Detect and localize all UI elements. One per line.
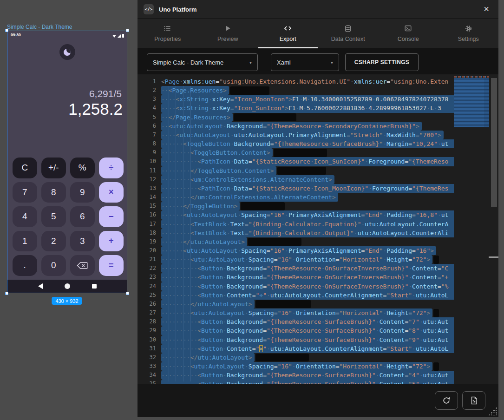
window-title: Uno Platform (159, 6, 197, 13)
resize-grip[interactable] (488, 407, 497, 415)
code-token: = (336, 256, 340, 263)
tab-data-context[interactable]: Data Context (318, 19, 379, 48)
code-line[interactable]: 13··········<PathIcon·Data="{StaticResou… (137, 184, 454, 193)
code-line[interactable]: 14········</um:ControlExtensions.Alterna… (137, 193, 454, 202)
back-icon[interactable] (38, 283, 43, 289)
code-token: utu:AutoLayout (194, 256, 245, 263)
calc-button-0[interactable]: 0 (41, 255, 66, 276)
code-line[interactable]: 20······<utu:AutoLayout·Spacing="16"·Pri… (137, 246, 454, 255)
code-line[interactable]: 26········</utu:AutoLayout> (137, 300, 454, 308)
calc-button-4[interactable]: 4 (13, 206, 37, 227)
code-line[interactable]: 17········<TextBlock·Text="{Binding·Calc… (137, 220, 454, 229)
calc-button-+[interactable]: + (99, 231, 124, 252)
code-line[interactable]: 2··<Page.Resources> (137, 86, 454, 95)
tab-settings[interactable]: Settings (439, 19, 499, 48)
code-token: TextBlock (194, 221, 226, 228)
home-icon[interactable] (65, 283, 70, 289)
code-token: = (230, 96, 234, 103)
code-line[interactable]: 19······</utu:AutoLayout> (137, 237, 454, 246)
csharp-settings-button[interactable]: CSHARP SETTINGS (345, 53, 419, 71)
code-token: > (285, 105, 288, 112)
code-line[interactable]: 16······<utu:AutoLayout·Spacing="16"·Pri… (137, 210, 454, 219)
code-line[interactable]: 6··<utu:AutoLayout·Background="{ThemeRes… (137, 122, 454, 131)
code-line[interactable]: 29··········<Button·Background="{ThemeRe… (137, 326, 454, 335)
code-line[interactable]: 9········<ToggleButton.Content> (137, 148, 454, 157)
calc-button-2[interactable]: 2 (41, 231, 66, 252)
code-token: = (416, 131, 419, 138)
calc-button-1[interactable]: 1 (13, 231, 37, 252)
frame-label[interactable]: Simple Calc - Dark Theme (7, 24, 72, 30)
recents-icon[interactable] (92, 284, 97, 289)
export-file-button[interactable] (462, 391, 485, 410)
code-token: · (412, 345, 416, 352)
code-line[interactable]: 5··</Page.Resources> (137, 113, 454, 122)
calc-button-C[interactable]: C (13, 158, 37, 178)
calc-button-%[interactable]: % (70, 158, 95, 178)
code-line[interactable]: 24··········<Button·Background="{ThemeRe… (137, 282, 454, 291)
code-token: Margin (386, 140, 408, 147)
code-line[interactable]: 21········<utu:AutoLayout·Spacing="16"·O… (137, 255, 454, 264)
calc-button-÷[interactable]: ÷ (99, 158, 124, 178)
calc-button-.[interactable]: . (13, 255, 37, 276)
code-token: "{Binding (249, 230, 281, 236)
frame-select[interactable]: Simple Calc - Dark Theme ▾ (147, 53, 258, 71)
calc-button-3[interactable]: 3 (70, 231, 95, 252)
tab-preview[interactable]: Preview (198, 19, 258, 48)
code-line[interactable]: 33········<utu:AutoLayout·Spacing="16"·O… (137, 362, 454, 371)
calc-button-9[interactable]: 9 (70, 182, 95, 203)
code-line[interactable]: 18········<TextBlock·Text="{Binding·Calc… (137, 229, 454, 237)
tab-console[interactable]: Console (378, 19, 439, 48)
calc-button-×[interactable]: × (99, 182, 124, 203)
calc-button-backspace[interactable] (70, 255, 95, 276)
code-line[interactable]: 22··········<Button·Background="{ThemeRe… (137, 264, 454, 273)
code-line[interactable]: 23··········<Button·Background="{ThemeRe… (137, 273, 454, 282)
calc-button-+/-[interactable]: +/- (41, 158, 66, 178)
code-token: </ (190, 301, 198, 308)
code-line[interactable]: 11········</ToggleButton.Content> (137, 166, 454, 175)
code-line[interactable]: 4····<x:String·x:Key="Icon_SunIcon">F1·M… (137, 104, 454, 112)
code-line[interactable]: 1<Page·xmlns:uen="using:Uno.Extensions.N… (137, 77, 454, 86)
code-line[interactable]: 7····<utu:AutoLayout·utu:AutoLayout.Prim… (137, 131, 454, 139)
code-line[interactable]: 8······<ToggleButton·Background="{ThemeR… (137, 139, 454, 148)
calc-button-6[interactable]: 6 (70, 206, 95, 227)
selection-handle[interactable] (5, 292, 8, 295)
code-line[interactable]: 15······</ToggleButton> (137, 202, 454, 210)
selection-handle[interactable] (126, 29, 129, 32)
code-line[interactable]: 10··········<PathIcon·Data="{StaticResou… (137, 157, 454, 166)
code-line[interactable]: 35··········<Button·Background="{ThemeRe… (137, 380, 454, 384)
calc-button-7[interactable]: 7 (13, 182, 37, 203)
scrollbar-thumb[interactable] (491, 78, 497, 207)
theme-toggle-button[interactable] (59, 44, 75, 60)
minimap[interactable] (454, 74, 498, 384)
code-token: utu:AutoLayout.PrimaryAlignment (234, 131, 347, 138)
tab-export[interactable]: Export (258, 19, 318, 48)
code-line[interactable]: 28··········<Button·Background="{ThemeRe… (137, 317, 454, 326)
calc-button-=[interactable]: = (99, 255, 124, 276)
code-line[interactable]: 12········<um:ControlExtensions.Alternat… (137, 175, 454, 184)
code-line[interactable]: 30··········<Button·Background="{ThemeRe… (137, 335, 454, 344)
close-icon[interactable]: × (481, 4, 492, 15)
refresh-button[interactable] (435, 391, 458, 410)
code-line[interactable]: 25··········<Button·Content="÷"·utu:Auto… (137, 291, 454, 300)
calc-button-5[interactable]: 5 (41, 206, 66, 227)
code-editor[interactable]: 1<Page·xmlns:uen="using:Uno.Extensions.N… (137, 74, 498, 384)
code-line[interactable]: 27········<utu:AutoLayout·Spacing="16"·O… (137, 308, 454, 317)
code-token: < (183, 247, 187, 254)
line-number: 7 (137, 131, 156, 139)
code-token: "using:Uno.Extensions.Navigation.UI" (219, 78, 350, 85)
line-number: 10 (137, 157, 156, 166)
code-line[interactable]: 3····<x:String·x:Key="Icon_MoonIcon">F1·… (137, 95, 454, 104)
code-line[interactable]: 32········</utu:AutoLayout> (137, 353, 454, 362)
code-line[interactable]: 34··········<Button·Background="{ThemeRe… (137, 371, 454, 380)
format-select[interactable]: Xaml ▾ (271, 53, 339, 71)
tab-properties[interactable]: Properties (137, 19, 198, 48)
code-line[interactable]: 31··········<Button·Content="×"·utu:Auto… (137, 344, 454, 353)
selection-handle[interactable] (126, 292, 129, 295)
selection-handle[interactable] (5, 29, 8, 32)
device-frame[interactable]: 09:30 6,291/5 1,258.2 C+/-%÷789×456−123+… (7, 31, 127, 293)
calc-button-−[interactable]: − (99, 206, 124, 227)
selected-code-segment: ··········<Button·Background="{ThemeReso… (161, 371, 454, 380)
code-token: Calculator.Output}" (285, 230, 354, 236)
calc-button-8[interactable]: 8 (41, 182, 66, 203)
line-number: 20 (137, 246, 156, 255)
